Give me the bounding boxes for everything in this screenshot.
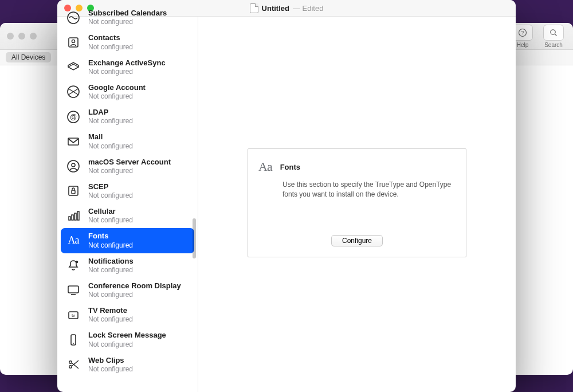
sidebar-item-labels: macOS Server AccountNot configured	[88, 158, 171, 175]
google-account-icon	[65, 84, 81, 100]
mail-icon	[65, 134, 81, 150]
sidebar-item-subtitle: Not configured	[88, 216, 133, 225]
svg-rect-14	[72, 190, 75, 194]
cellular-icon	[65, 208, 81, 224]
sidebar-item-title: Conference Room Display	[88, 281, 181, 291]
sidebar-item-title: Web Clips	[88, 356, 133, 365]
sidebar-item-labels: TV RemoteNot configured	[88, 306, 133, 324]
svg-rect-20	[68, 286, 79, 293]
detail-pane: Aa Fonts Use this section to specify the…	[198, 17, 516, 392]
sidebar-item-title: Mail	[88, 132, 133, 142]
scope-pill-all-devices[interactable]: All Devices	[6, 52, 51, 62]
sidebar-item-labels: Conference Room DisplayNot configured	[88, 281, 181, 299]
sidebar-item-title: TV Remote	[88, 306, 133, 315]
sidebar-item-subtitle: Not configured	[88, 291, 181, 299]
sidebar-item-labels: CellularNot configured	[88, 207, 133, 225]
sidebar-item-title: Subscribed Calendars	[88, 9, 167, 18]
sidebar-item-subtitle: Not configured	[88, 117, 133, 126]
document-name: Untitled	[262, 4, 289, 13]
sidebar-item-subtitle: Not configured	[88, 43, 133, 52]
sidebar-item-title: Exchange ActiveSync	[88, 58, 166, 68]
svg-text:?: ?	[521, 30, 524, 36]
sidebar-item-scep[interactable]: SCEPNot configured	[57, 179, 198, 203]
sidebar-item-title: Lock Screen Message	[88, 331, 166, 340]
fonts-icon: Aa	[258, 159, 272, 174]
sidebar-item-exchange[interactable]: Exchange ActiveSyncNot configured	[57, 55, 198, 80]
svg-rect-10	[68, 138, 79, 145]
sidebar-item-title: macOS Server Account	[88, 158, 171, 167]
svg-rect-17	[74, 213, 76, 220]
toolbar-help-label: Help	[517, 42, 529, 48]
sidebar-item-labels: ContactsNot configured	[88, 33, 133, 51]
bell-icon	[65, 257, 81, 273]
sidebar-item-ldap[interactable]: @LDAPNot configured	[57, 104, 198, 129]
sidebar-item-labels: Exchange ActiveSyncNot configured	[88, 58, 166, 76]
svg-point-25	[73, 343, 74, 344]
sidebar-item-mail[interactable]: MailNot configured	[57, 129, 198, 154]
tv-remote-icon: tv	[65, 307, 81, 323]
payload-panel: Aa Fonts Use this section to specify the…	[248, 148, 466, 257]
sidebar-item-title: SCEP	[88, 182, 133, 191]
payload-sidebar: Subscribed CalendarsNot configuredContac…	[57, 17, 198, 392]
svg-point-6	[72, 40, 74, 42]
profile-editor-window: Untitled — Edited Subscribed CalendarsNo…	[57, 0, 516, 392]
sidebar-item-web-clips[interactable]: Web ClipsNot configured	[57, 352, 198, 377]
display-icon	[65, 282, 81, 298]
traffic-dot-inactive	[7, 33, 14, 40]
sidebar-item-subtitle: Not configured	[88, 365, 133, 374]
sidebar-item-title: Notifications	[88, 257, 134, 266]
document-edited-suffix: — Edited	[293, 4, 323, 13]
fonts-icon: Aa	[65, 233, 81, 249]
sidebar-item-labels: Web ClipsNot configured	[88, 356, 133, 374]
svg-text:@: @	[70, 113, 77, 121]
configure-button[interactable]: Configure	[331, 235, 383, 246]
traffic-dot-inactive	[30, 33, 37, 40]
sidebar-item-subtitle: Not configured	[88, 92, 146, 101]
sidebar-item-fonts[interactable]: AaFontsNot configured	[61, 228, 194, 253]
background-traffic-lights	[7, 33, 37, 40]
panel-title: Fonts	[280, 163, 300, 171]
traffic-dot-inactive	[18, 33, 25, 40]
sidebar-item-subtitle: Not configured	[88, 340, 166, 349]
sidebar-item-tv-remote[interactable]: tvTV RemoteNot configured	[57, 303, 198, 327]
sidebar-item-labels: FontsNot configured	[88, 232, 133, 249]
exchange-icon	[65, 59, 81, 75]
sidebar-item-labels: LDAPNot configured	[88, 108, 133, 126]
toolbar-search-label: Search	[544, 42, 563, 48]
sidebar-item-subtitle: Not configured	[88, 315, 133, 324]
svg-rect-16	[72, 215, 73, 220]
sidebar-item-subtitle: Not configured	[88, 241, 133, 250]
sidebar-item-macos-server[interactable]: macOS Server AccountNot configured	[57, 154, 198, 179]
sidebar-scrollbar-thumb[interactable]	[193, 218, 196, 258]
sidebar-item-labels: MailNot configured	[88, 132, 133, 150]
sidebar-item-contacts[interactable]: ContactsNot configured	[57, 30, 198, 54]
document-icon	[250, 3, 258, 13]
sidebar-item-lock-screen[interactable]: Lock Screen MessageNot configured	[57, 327, 198, 352]
scissors-icon	[65, 356, 81, 373]
svg-point-12	[72, 163, 75, 167]
sidebar-item-subtitle: Not configured	[88, 167, 171, 175]
sidebar-item-notifications[interactable]: NotificationsNot configured	[57, 253, 198, 278]
sidebar-item-title: Fonts	[88, 232, 133, 241]
sidebar-item-labels: Subscribed CalendarsNot configured	[88, 9, 167, 26]
sidebar-item-labels: Google AccountNot configured	[88, 83, 146, 101]
sidebar-item-google[interactable]: Google AccountNot configured	[57, 80, 198, 104]
sidebar-item-cellular[interactable]: CellularNot configured	[57, 203, 198, 228]
search-icon	[543, 25, 564, 41]
sidebar-item-title: Contacts	[88, 33, 133, 42]
sidebar-item-subscribed-calendars[interactable]: Subscribed CalendarsNot configured	[57, 5, 198, 30]
server-account-icon	[65, 158, 81, 174]
svg-point-19	[76, 261, 79, 264]
phone-icon	[65, 332, 81, 348]
svg-point-11	[68, 160, 79, 172]
sidebar-item-labels: SCEPNot configured	[88, 182, 133, 200]
panel-description: Use this section to specify the TrueType…	[282, 180, 453, 200]
sidebar-item-conference-room[interactable]: Conference Room DisplayNot configured	[57, 278, 198, 303]
lock-icon	[65, 183, 81, 199]
ldap-icon: @	[65, 109, 81, 125]
svg-rect-15	[69, 217, 70, 220]
toolbar-search[interactable]: Search	[541, 25, 566, 48]
sidebar-item-subtitle: Not configured	[88, 18, 167, 26]
svg-rect-18	[77, 211, 79, 220]
svg-point-2	[551, 29, 555, 34]
